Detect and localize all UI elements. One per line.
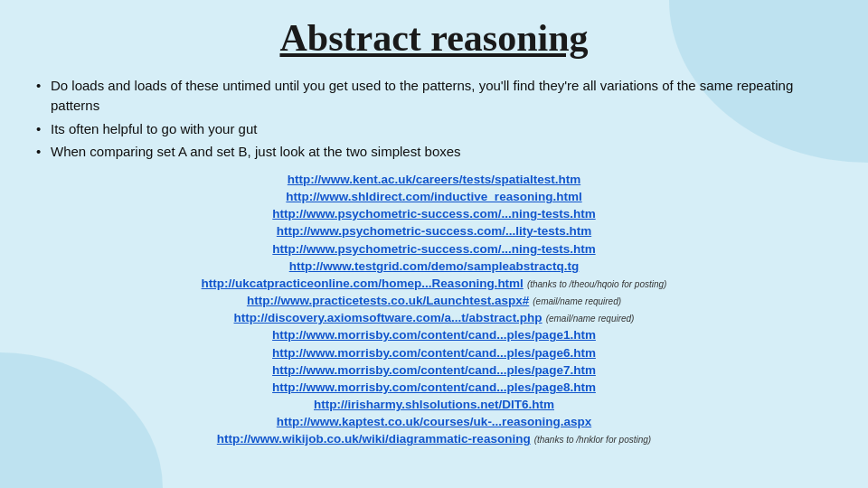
link-item[interactable]: http://irisharmy.shlsolutions.net/DIT6.h…: [314, 396, 554, 413]
link-item[interactable]: http://www.psychometric-success.com/...l…: [277, 222, 591, 239]
link-note: (email/name required): [546, 313, 635, 325]
link-item[interactable]: http://www.shldirect.com/inductive_reaso…: [286, 188, 581, 205]
link-line: http://www.psychometric-success.com/...n…: [272, 205, 595, 222]
link-item[interactable]: http://www.morrisby.com/content/cand...p…: [272, 379, 596, 396]
link-line: http://www.kaptest.co.uk/courses/uk-...r…: [277, 413, 591, 430]
link-item[interactable]: http://www.morrisby.com/content/cand...p…: [272, 326, 596, 343]
link-line: http://irisharmy.shlsolutions.net/DIT6.h…: [314, 396, 554, 413]
link-item[interactable]: http://discovery.axiomsoftware.com/a...t…: [234, 309, 542, 326]
link-note: (thanks to /theou/hqoio for posting): [527, 278, 667, 291]
link-item[interactable]: http://www.kent.ac.uk/careers/tests/spat…: [288, 171, 580, 188]
link-line: http://www.wikijob.co.uk/wiki/diagrammat…: [217, 430, 651, 447]
link-line: http://www.morrisby.com/content/cand...p…: [272, 379, 596, 396]
link-line: http://www.psychometric-success.com/...n…: [272, 240, 595, 258]
link-item[interactable]: http://www.morrisby.com/content/cand...p…: [272, 361, 596, 379]
link-item[interactable]: http://www.wikijob.co.uk/wiki/diagrammat…: [217, 430, 531, 447]
link-line: http://www.morrisby.com/content/cand...p…: [272, 326, 596, 343]
link-item[interactable]: http://www.psychometric-success.com/...n…: [272, 240, 595, 258]
link-item[interactable]: http://www.practicetests.co.uk/Launchtes…: [247, 292, 529, 309]
link-line: http://www.morrisby.com/content/cand...p…: [272, 361, 596, 379]
link-line: http://discovery.axiomsoftware.com/a...t…: [234, 309, 635, 326]
link-item[interactable]: http://www.kaptest.co.uk/courses/uk-...r…: [277, 413, 591, 430]
bullet-list: Do loads and loads of these untimed unti…: [36, 76, 832, 162]
link-line: http://ukcatpracticeonline.com/homep...R…: [202, 275, 667, 292]
links-section: http://www.kent.ac.uk/careers/tests/spat…: [36, 171, 832, 448]
link-note: (thanks to /hnklor for posting): [534, 434, 652, 446]
main-content: Abstract reasoning Do loads and loads of…: [0, 0, 868, 457]
link-item[interactable]: http://www.morrisby.com/content/cand...p…: [272, 344, 596, 361]
link-line: http://www.psychometric-success.com/...l…: [277, 222, 591, 239]
link-note: (email/name required): [533, 296, 621, 308]
bullet-item: Its often helpful to go with your gut: [36, 119, 832, 139]
bullet-item: Do loads and loads of these untimed unti…: [36, 76, 832, 116]
link-line: http://www.practicetests.co.uk/Launchtes…: [247, 292, 621, 309]
link-line: http://www.kent.ac.uk/careers/tests/spat…: [288, 171, 580, 188]
link-item[interactable]: http://www.psychometric-success.com/...n…: [272, 205, 595, 222]
link-item[interactable]: http://www.testgrid.com/demo/sampleabstr…: [289, 258, 580, 275]
bullet-item: When comparing set A and set B, just loo…: [36, 142, 832, 162]
link-line: http://www.testgrid.com/demo/sampleabstr…: [289, 258, 580, 275]
link-item[interactable]: http://ukcatpracticeonline.com/homep...R…: [202, 275, 524, 292]
link-line: http://www.morrisby.com/content/cand...p…: [272, 344, 596, 361]
page-title: Abstract reasoning: [36, 16, 832, 60]
link-line: http://www.shldirect.com/inductive_reaso…: [286, 188, 581, 205]
